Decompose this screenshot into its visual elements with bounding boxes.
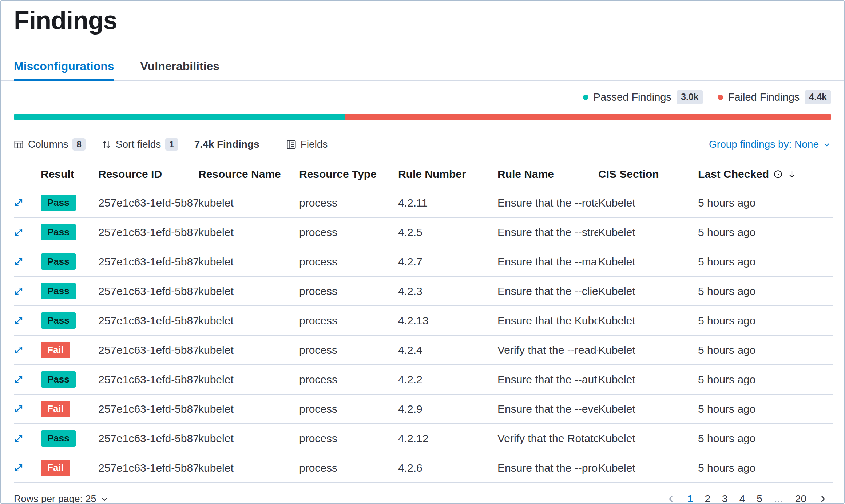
rows-per-page-button[interactable]: Rows per page: 25 (14, 493, 109, 504)
result-cell: Pass (41, 424, 98, 453)
resource-id-cell: 257e1c63-1efd-5b87 (98, 276, 198, 306)
last-checked-cell: 5 hours ago (698, 424, 833, 453)
table-row: Pass 257e1c63-1efd-5b87 kubelet process … (14, 188, 833, 217)
expand-row-button[interactable] (14, 463, 24, 473)
expand-row-button[interactable] (14, 433, 24, 443)
rule-name-cell: Ensure that the Kubelet only makes use o… (497, 306, 598, 335)
cis-section-cell: Kubelet (598, 365, 698, 394)
expand-row-button[interactable] (14, 198, 24, 208)
fields-label: Fields (301, 139, 328, 150)
failed-bar-segment (345, 114, 831, 120)
pagination-page-20[interactable]: 20 (789, 490, 812, 504)
header-resource-name[interactable]: Resource Name (198, 160, 299, 188)
tab-misconfigurations[interactable]: Misconfigurations (14, 60, 114, 81)
result-cell: Fail (41, 394, 98, 424)
pagination-page-5[interactable]: 5 (751, 490, 768, 504)
table-grid-icon (14, 140, 24, 149)
failed-findings-legend: Failed Findings 4.4k (718, 90, 831, 104)
header-resource-id[interactable]: Resource ID (98, 160, 198, 188)
resource-name-cell: kubelet (198, 306, 299, 335)
pagination-ellipsis: … (768, 491, 789, 504)
sort-desc-arrow-icon (787, 169, 797, 179)
resource-name-cell: kubelet (198, 217, 299, 247)
diagonal-expand-icon (14, 433, 24, 443)
rule-number-cell: 4.2.9 (398, 394, 497, 424)
last-checked-cell: 5 hours ago (698, 453, 833, 483)
columns-count-badge: 8 (72, 138, 85, 151)
findings-legend: Passed Findings 3.0k Failed Findings 4.4… (1, 89, 844, 105)
rule-name-cell: Ensure that the --authorization-mode arg… (497, 365, 598, 394)
chevron-left-icon (666, 494, 676, 504)
resource-name-cell: kubelet (198, 247, 299, 276)
cis-section-cell: Kubelet (598, 453, 698, 483)
pagination-page-1[interactable]: 1 (682, 490, 699, 504)
table-row: Fail 257e1c63-1efd-5b87 kubelet process … (14, 394, 833, 424)
findings-page: Findings Misconfigurations Vulnerabiliti… (0, 0, 845, 504)
diagonal-expand-icon (14, 463, 24, 473)
resource-name-cell: kubelet (198, 335, 299, 365)
pagination-page-3[interactable]: 3 (716, 490, 734, 504)
sort-arrows-icon (102, 140, 111, 149)
pagination-previous-button[interactable] (663, 492, 679, 504)
result-badge: Pass (41, 312, 76, 329)
expand-row-button[interactable] (14, 404, 24, 414)
resource-id-cell: 257e1c63-1efd-5b87 (98, 394, 198, 424)
expand-row-button[interactable] (14, 375, 24, 384)
header-cis-section[interactable]: CIS Section (598, 160, 698, 188)
resource-name-cell: kubelet (198, 365, 299, 394)
expand-cell (14, 335, 41, 365)
rule-name-cell: Ensure that the --client-ca-file argumen… (497, 276, 598, 306)
resource-type-cell: process (299, 276, 398, 306)
passed-dot-icon (583, 95, 588, 100)
cis-section-cell: Kubelet (598, 424, 698, 453)
expand-cell (14, 276, 41, 306)
header-last-checked[interactable]: Last Checked (698, 160, 833, 188)
resource-type-cell: process (299, 217, 398, 247)
pagination-page-2[interactable]: 2 (699, 490, 717, 504)
rule-name-cell: Ensure that the --event-qps argument is … (497, 394, 598, 424)
cis-section-cell: Kubelet (598, 306, 698, 335)
result-badge: Pass (41, 430, 76, 447)
fields-list-icon (286, 140, 296, 149)
header-rule-name[interactable]: Rule Name (497, 160, 598, 188)
rule-number-cell: 4.2.5 (398, 217, 497, 247)
sort-fields-button[interactable]: Sort fields 1 (102, 138, 178, 151)
fields-button[interactable]: Fields (286, 139, 328, 150)
last-checked-cell: 5 hours ago (698, 335, 833, 365)
expand-cell (14, 453, 41, 483)
resource-id-cell: 257e1c63-1efd-5b87 (98, 335, 198, 365)
diagonal-expand-icon (14, 286, 24, 296)
group-findings-by-link[interactable]: Group findings by: None (709, 139, 831, 150)
resource-type-cell: process (299, 335, 398, 365)
result-cell: Pass (41, 365, 98, 394)
rule-number-cell: 4.2.13 (398, 306, 497, 335)
expand-row-button[interactable] (14, 316, 24, 325)
tab-vulnerabilities[interactable]: Vulnerabilities (140, 60, 220, 81)
resource-type-cell: process (299, 394, 398, 424)
last-checked-cell: 5 hours ago (698, 188, 833, 217)
diagonal-expand-icon (14, 227, 24, 237)
rule-number-cell: 4.2.12 (398, 424, 497, 453)
header-result[interactable]: Result (41, 160, 98, 188)
result-cell: Pass (41, 306, 98, 335)
expand-row-button[interactable] (14, 286, 24, 296)
result-cell: Pass (41, 276, 98, 306)
table-row: Fail 257e1c63-1efd-5b87 kubelet process … (14, 453, 833, 483)
expand-row-button[interactable] (14, 227, 24, 237)
pagination-next-button[interactable] (814, 492, 831, 504)
passed-findings-legend: Passed Findings 3.0k (583, 90, 703, 104)
group-findings-by-label: Group findings by: None (709, 139, 819, 150)
expand-row-button[interactable] (14, 257, 24, 267)
pagination-page-4[interactable]: 4 (734, 490, 751, 504)
table-row: Pass 257e1c63-1efd-5b87 kubelet process … (14, 247, 833, 276)
expand-cell (14, 188, 41, 217)
resource-name-cell: kubelet (198, 453, 299, 483)
header-resource-type[interactable]: Resource Type (299, 160, 398, 188)
expand-row-button[interactable] (14, 345, 24, 355)
rule-name-cell: Ensure that the --protect-kernel-default… (497, 453, 598, 483)
header-rule-number[interactable]: Rule Number (398, 160, 497, 188)
result-badge: Pass (41, 195, 76, 211)
columns-button[interactable]: Columns 8 (14, 138, 86, 151)
result-badge: Pass (41, 253, 76, 270)
result-cell: Pass (41, 247, 98, 276)
